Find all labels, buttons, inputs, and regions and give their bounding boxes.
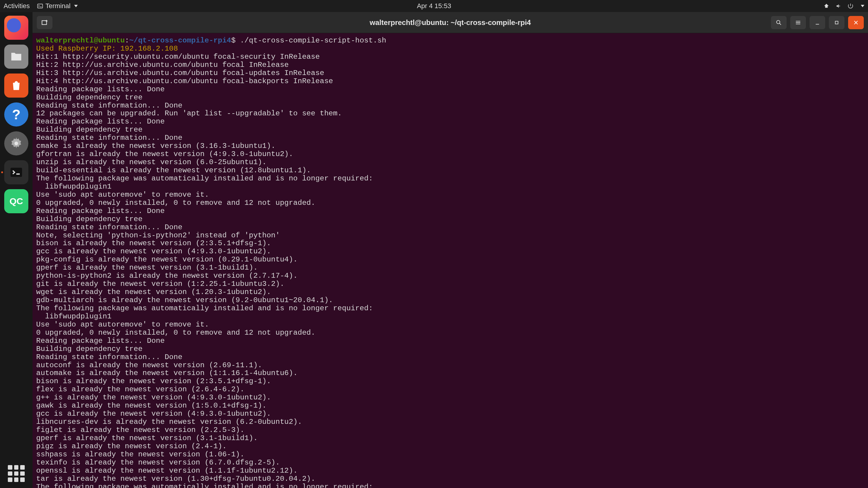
- terminal-output: Hit:1 http://security.ubuntu.com/ubuntu …: [36, 53, 373, 488]
- dock-settings[interactable]: [4, 131, 28, 156]
- activities-button[interactable]: Activities: [4, 2, 30, 10]
- terminal-content[interactable]: walterprechtl@ubuntu:~/qt-cross-compile-…: [33, 33, 868, 488]
- dock: ? QC: [0, 12, 33, 488]
- dock-qc[interactable]: QC: [4, 189, 28, 213]
- terminal-headerbar: walterprechtl@ubuntu: ~/qt-cross-compile…: [33, 12, 868, 33]
- dock-files[interactable]: [4, 44, 28, 69]
- power-icon[interactable]: [847, 3, 854, 9]
- gear-icon: [9, 136, 24, 151]
- svg-rect-5: [835, 21, 838, 24]
- restore-button[interactable]: [829, 16, 844, 29]
- search-button[interactable]: [771, 16, 786, 29]
- dock-help[interactable]: ?: [4, 102, 28, 127]
- qc-label: QC: [10, 196, 23, 206]
- prompt-userhost: walterprechtl@ubuntu: [36, 36, 125, 44]
- command-text: ./qt-cross-compile-script-host.sh: [240, 36, 386, 44]
- svg-point-4: [777, 20, 780, 24]
- window-title: walterprechtl@ubuntu: ~/qt-cross-compile…: [370, 19, 531, 27]
- app-menu[interactable]: Terminal: [37, 2, 78, 10]
- prompt-dollar: $: [231, 36, 240, 44]
- new-tab-button[interactable]: [37, 16, 53, 29]
- hamburger-icon: [795, 19, 801, 26]
- prompt-sep: :: [125, 36, 129, 44]
- dock-software[interactable]: [4, 73, 28, 98]
- prompt-path: ~/qt-cross-compile-rpi4: [129, 36, 231, 44]
- app-menu-label: Terminal: [45, 2, 70, 10]
- question-icon: ?: [12, 106, 21, 123]
- minimize-button[interactable]: [809, 16, 825, 29]
- restore-icon: [833, 19, 840, 26]
- new-tab-icon: [41, 19, 49, 27]
- show-applications[interactable]: [8, 465, 25, 482]
- dock-terminal[interactable]: [4, 160, 28, 184]
- chevron-down-icon: [74, 5, 78, 7]
- network-icon[interactable]: [824, 3, 830, 9]
- terminal-icon: [37, 3, 43, 9]
- terminal-icon: [9, 165, 23, 179]
- dock-firefox[interactable]: [4, 16, 28, 40]
- volume-icon[interactable]: [835, 3, 841, 9]
- search-icon: [775, 19, 782, 26]
- raspberry-ip-line: Used Raspberry IP: 192.168.2.108: [36, 44, 178, 53]
- folder-icon: [10, 50, 23, 63]
- close-icon: [852, 19, 859, 26]
- close-button[interactable]: [848, 16, 864, 29]
- minimize-icon: [814, 19, 821, 26]
- svg-rect-0: [37, 4, 42, 8]
- svg-rect-2: [10, 168, 22, 177]
- bag-icon: [10, 79, 23, 92]
- hamburger-menu-button[interactable]: [790, 16, 806, 29]
- chevron-down-icon[interactable]: [861, 5, 864, 7]
- clock[interactable]: Apr 4 15:53: [417, 2, 451, 10]
- terminal-window: walterprechtl@ubuntu: ~/qt-cross-compile…: [33, 12, 868, 488]
- gnome-topbar: Activities Terminal Apr 4 15:53: [0, 0, 868, 12]
